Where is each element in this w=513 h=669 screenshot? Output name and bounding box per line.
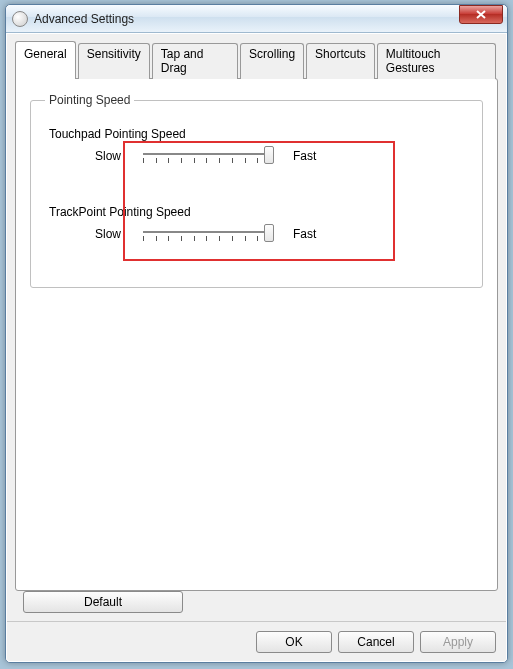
touchpad-speed-slider[interactable]	[143, 145, 271, 163]
client-area: General Sensitivity Tap and Drag Scrolli…	[6, 33, 507, 662]
slider-ticks	[143, 158, 271, 163]
apply-button[interactable]: Apply	[420, 631, 496, 653]
trackpoint-slow-label: Slow	[95, 223, 143, 241]
tabs-area: General Sensitivity Tap and Drag Scrolli…	[7, 34, 506, 621]
tab-multitouch[interactable]: Multitouch Gestures	[377, 43, 496, 79]
touchpad-heading: Touchpad Pointing Speed	[49, 127, 468, 141]
tab-sensitivity[interactable]: Sensitivity	[78, 43, 150, 79]
touchpad-fast-label: Fast	[293, 145, 341, 163]
trackpoint-fast-label: Fast	[293, 223, 341, 241]
trackpoint-speed-slider[interactable]	[143, 223, 271, 241]
touchpad-slow-label: Slow	[95, 145, 143, 163]
tab-panel-general: Pointing Speed Touchpad Pointing Speed S…	[15, 78, 498, 591]
tab-shortcuts[interactable]: Shortcuts	[306, 43, 375, 79]
titlebar[interactable]: Advanced Settings	[6, 5, 507, 33]
advanced-settings-window: Advanced Settings General Sensitivity Ta…	[5, 4, 508, 663]
touchpad-slider-row: Slow Fast	[95, 145, 468, 179]
default-row: Default	[15, 591, 498, 621]
window-title: Advanced Settings	[34, 12, 459, 26]
trackpoint-heading: TrackPoint Pointing Speed	[49, 205, 468, 219]
trackpoint-slider-row: Slow Fast	[95, 223, 468, 257]
slider-ticks	[143, 236, 271, 241]
slider-thumb-icon[interactable]	[264, 146, 274, 164]
group-title: Pointing Speed	[45, 93, 134, 107]
pointing-speed-group: Pointing Speed Touchpad Pointing Speed S…	[30, 93, 483, 288]
close-button[interactable]	[459, 5, 503, 24]
tab-scrolling[interactable]: Scrolling	[240, 43, 304, 79]
tabstrip: General Sensitivity Tap and Drag Scrolli…	[15, 43, 498, 79]
tab-general[interactable]: General	[15, 41, 76, 79]
slider-thumb-icon[interactable]	[264, 224, 274, 242]
bottom-button-bar: OK Cancel Apply	[7, 621, 506, 661]
default-button[interactable]: Default	[23, 591, 183, 613]
app-icon	[12, 11, 28, 27]
tab-tap-and-drag[interactable]: Tap and Drag	[152, 43, 238, 79]
cancel-button[interactable]: Cancel	[338, 631, 414, 653]
close-icon	[476, 10, 486, 19]
ok-button[interactable]: OK	[256, 631, 332, 653]
